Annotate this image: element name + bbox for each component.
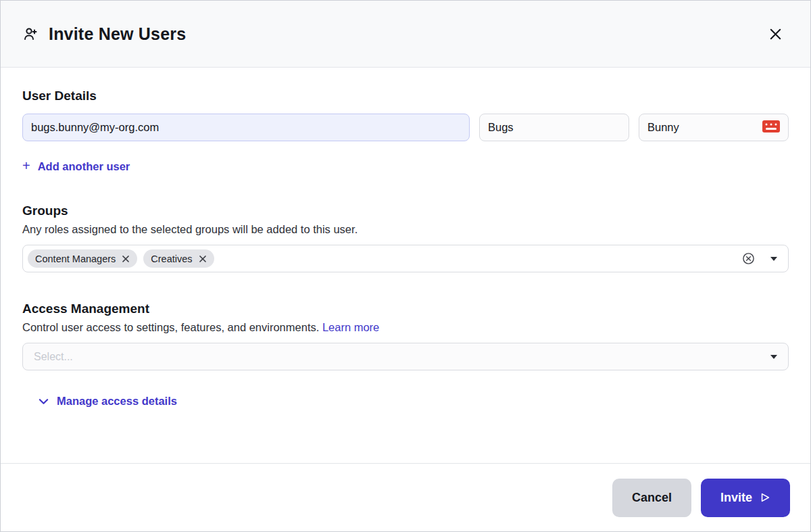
email-input[interactable] (31, 121, 461, 134)
chip-remove-icon[interactable] (122, 255, 130, 263)
close-button[interactable] (765, 24, 786, 45)
manage-access-details-label: Manage access details (57, 395, 177, 408)
cancel-button[interactable]: Cancel (612, 479, 691, 517)
first-name-field[interactable] (479, 114, 629, 141)
user-details-section: User Details (22, 89, 789, 174)
close-icon (768, 26, 783, 42)
chevron-down-icon (39, 398, 49, 405)
invite-users-icon (22, 26, 39, 42)
add-another-user-link[interactable]: + Add another user (22, 160, 130, 173)
manage-access-details-toggle[interactable]: Manage access details (39, 395, 177, 408)
access-heading: Access Management (22, 301, 789, 316)
invite-users-modal: Invite New Users User Details (0, 0, 811, 532)
group-chip[interactable]: Content Managers (28, 249, 137, 268)
access-description: Control user access to settings, feature… (22, 321, 789, 334)
user-details-heading: User Details (22, 89, 789, 103)
groups-description: Any roles assigned to the selected group… (22, 223, 789, 236)
modal-body: User Details (1, 68, 810, 463)
group-chip[interactable]: Creatives (143, 249, 214, 268)
clear-all-icon[interactable] (742, 252, 755, 265)
plus-icon: + (22, 159, 30, 172)
access-description-text: Control user access to settings, feature… (22, 321, 319, 333)
access-management-section: Access Management Control user access to… (22, 301, 789, 408)
group-chip-label: Content Managers (35, 253, 116, 264)
add-another-user-label: Add another user (38, 160, 130, 173)
group-chip-label: Creatives (151, 253, 192, 264)
password-manager-icon[interactable] (762, 120, 780, 135)
user-details-inputs-row (22, 114, 789, 141)
cancel-button-label: Cancel (632, 491, 672, 505)
dropdown-caret-icon[interactable] (770, 355, 777, 359)
access-select-input[interactable] (34, 351, 770, 363)
last-name-field[interactable] (639, 114, 789, 141)
groups-multiselect[interactable]: Content Managers Creatives (22, 245, 789, 272)
send-icon (760, 492, 770, 503)
modal-header: Invite New Users (1, 1, 810, 68)
groups-section: Groups Any roles assigned to the selecte… (22, 203, 789, 272)
email-field[interactable] (22, 114, 470, 141)
modal-title: Invite New Users (49, 24, 186, 44)
last-name-input[interactable] (647, 121, 757, 134)
groups-heading: Groups (22, 203, 789, 218)
invite-button-label: Invite (720, 491, 752, 505)
access-select[interactable] (22, 343, 789, 370)
modal-footer: Cancel Invite (1, 463, 810, 531)
chip-remove-icon[interactable] (199, 255, 207, 263)
invite-button[interactable]: Invite (701, 479, 790, 517)
learn-more-link[interactable]: Learn more (322, 321, 379, 333)
first-name-input[interactable] (488, 121, 620, 134)
dropdown-caret-icon[interactable] (770, 257, 777, 261)
